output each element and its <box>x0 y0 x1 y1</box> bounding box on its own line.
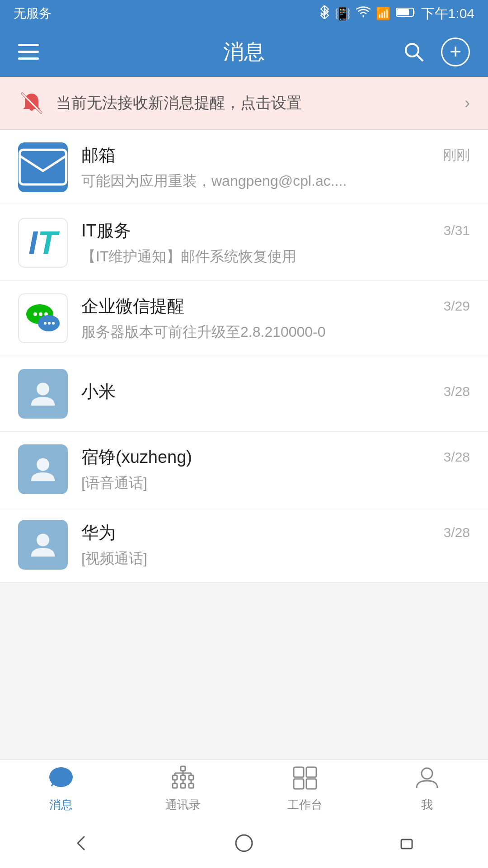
list-item[interactable]: 企业微信提醒 3/29 服务器版本可前往升级至2.8.210000-0 <box>0 281 488 356</box>
list-item[interactable]: 华为 3/28 [视频通话] <box>0 507 488 583</box>
avatar: I T <box>18 218 68 268</box>
svg-rect-41 <box>306 779 316 789</box>
notification-bell-icon <box>18 90 45 117</box>
svg-rect-34 <box>189 783 193 788</box>
android-nav-bar <box>0 818 488 868</box>
nav-label-contacts: 通讯录 <box>165 797 201 813</box>
svg-rect-39 <box>306 767 316 777</box>
svg-rect-5 <box>18 57 39 60</box>
message-header: 华为 3/28 <box>81 521 470 544</box>
svg-line-7 <box>417 55 423 61</box>
message-header: 企业微信提醒 3/29 <box>81 295 470 318</box>
contacts-nav-icon <box>170 765 196 793</box>
battery-icon <box>396 6 416 21</box>
svg-rect-32 <box>173 783 177 788</box>
svg-rect-26 <box>189 775 193 780</box>
message-time: 3/29 <box>444 298 470 314</box>
home-button[interactable] <box>228 827 260 859</box>
toolbar-right-actions: + <box>403 38 470 66</box>
workbench-nav-icon <box>292 765 318 793</box>
message-header: 小米 3/28 <box>81 380 470 403</box>
page-title: 消息 <box>223 38 265 66</box>
list-item[interactable]: 小米 3/28 <box>0 356 488 432</box>
vibrate-icon: 📳 <box>335 6 351 21</box>
back-button[interactable] <box>66 827 97 859</box>
message-preview: 可能因为应用重装，wangpeng@cpl.ac.... <box>81 171 425 191</box>
status-bar: 无服务 📳 📶 <box>0 0 488 27</box>
message-time: 3/28 <box>444 525 470 540</box>
nav-label-me: 我 <box>421 797 433 813</box>
message-time: 3/28 <box>444 449 470 465</box>
nav-label-messages: 消息 <box>49 797 73 813</box>
menu-button[interactable] <box>18 44 39 60</box>
nav-item-contacts[interactable]: 通讯录 <box>122 760 244 818</box>
it-t-letter: T <box>38 226 57 259</box>
svg-point-43 <box>236 835 252 851</box>
svg-rect-44 <box>401 840 412 849</box>
message-content: 华为 3/28 [视频通话] <box>81 521 470 569</box>
nav-item-me[interactable]: 我 <box>366 760 488 818</box>
svg-rect-3 <box>18 44 39 46</box>
recents-button[interactable] <box>391 827 422 859</box>
nav-item-messages[interactable]: 消息 <box>0 760 122 818</box>
bottom-nav: 消息 通讯录 <box>0 760 488 818</box>
message-content: 小米 3/28 <box>81 380 470 408</box>
bluetooth-icon <box>319 5 329 22</box>
svg-rect-2 <box>397 9 409 15</box>
contact-name: IT服务 <box>81 219 131 242</box>
avatar <box>18 520 68 570</box>
status-icons: 📳 📶 下午1:04 <box>319 5 474 23</box>
avatar <box>18 369 68 419</box>
svg-rect-38 <box>294 767 304 777</box>
list-item[interactable]: I T IT服务 3/31 【IT维护通知】邮件系统恢复使用 <box>0 205 488 281</box>
message-preview: 服务器版本可前往升级至2.8.210000-0 <box>81 322 425 342</box>
notification-arrow: › <box>465 94 470 113</box>
message-header: IT服务 3/31 <box>81 219 470 242</box>
contact-name: 华为 <box>81 521 116 544</box>
me-nav-icon <box>414 765 440 793</box>
notification-text: 当前无法接收新消息提醒，点击设置 <box>56 93 454 113</box>
svg-point-13 <box>39 312 42 316</box>
message-content: IT服务 3/31 【IT维护通知】邮件系统恢复使用 <box>81 219 470 267</box>
message-time: 3/31 <box>444 223 470 238</box>
signal-status: 无服务 <box>14 5 52 22</box>
add-button[interactable]: + <box>441 38 470 66</box>
svg-point-16 <box>44 322 47 325</box>
svg-rect-4 <box>18 51 39 53</box>
nav-label-workbench: 工作台 <box>287 797 323 813</box>
message-preview: [视频通话] <box>81 549 425 569</box>
message-content: 宿铮(xuzheng) 3/28 [语音通话] <box>81 446 470 493</box>
contact-name: 宿铮(xuzheng) <box>81 446 192 469</box>
time-display: 下午1:04 <box>421 5 474 23</box>
plus-icon: + <box>450 42 461 61</box>
contact-name: 小米 <box>81 380 116 403</box>
svg-rect-33 <box>181 783 185 788</box>
svg-point-42 <box>422 768 432 779</box>
avatar <box>18 444 68 494</box>
nav-item-workbench[interactable]: 工作台 <box>244 760 366 818</box>
message-header: 宿铮(xuzheng) 3/28 <box>81 446 470 469</box>
svg-point-19 <box>37 383 49 396</box>
avatar <box>18 293 68 343</box>
message-preview: 【IT维护通知】邮件系统恢复使用 <box>81 247 425 267</box>
messages-nav-icon <box>48 765 74 793</box>
svg-point-12 <box>33 312 37 316</box>
svg-rect-24 <box>173 775 177 780</box>
toolbar: 消息 + <box>0 27 488 77</box>
list-item[interactable]: 宿铮(xuzheng) 3/28 [语音通话] <box>0 432 488 507</box>
notification-banner[interactable]: 当前无法接收新消息提醒，点击设置 › <box>0 77 488 130</box>
contact-name: 邮箱 <box>81 144 116 167</box>
wifi-icon <box>356 6 371 22</box>
svg-point-6 <box>406 44 418 57</box>
message-content: 企业微信提醒 3/29 服务器版本可前往升级至2.8.210000-0 <box>81 295 470 342</box>
svg-point-20 <box>37 458 49 471</box>
message-time: 刚刚 <box>443 146 470 165</box>
search-button[interactable] <box>403 41 425 63</box>
message-time: 3/28 <box>444 384 470 399</box>
svg-rect-10 <box>19 150 66 185</box>
it-i-letter: I <box>28 226 38 259</box>
list-item[interactable]: 邮箱 刚刚 可能因为应用重装，wangpeng@cpl.ac.... <box>0 130 488 205</box>
avatar <box>18 142 68 192</box>
svg-point-21 <box>37 534 49 547</box>
sim-icon: 📶 <box>376 7 390 21</box>
